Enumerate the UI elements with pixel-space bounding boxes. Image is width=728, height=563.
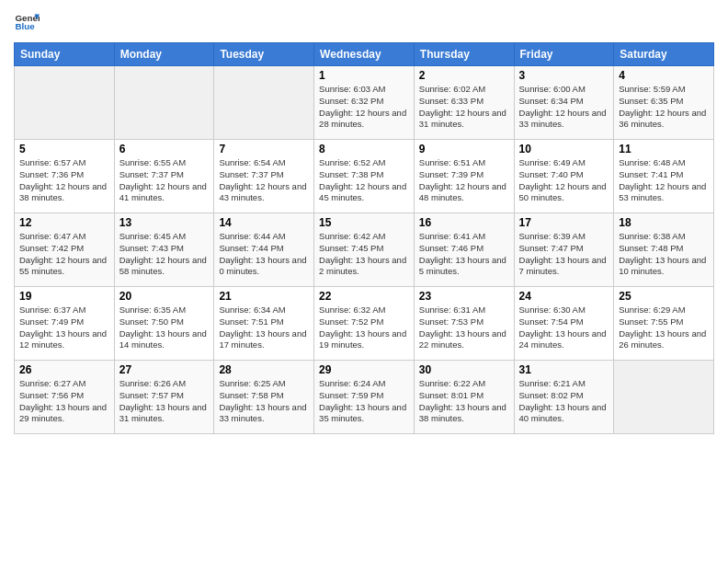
day-info: Sunrise: 6:31 AM Sunset: 7:53 PM Dayligh… — [419, 304, 509, 351]
page-header: General Blue — [14, 9, 714, 35]
calendar-cell: 3Sunrise: 6:00 AM Sunset: 6:34 PM Daylig… — [514, 66, 614, 140]
day-info: Sunrise: 6:26 AM Sunset: 7:57 PM Dayligh… — [119, 378, 210, 425]
day-number: 28 — [219, 363, 309, 376]
day-info: Sunrise: 6:03 AM Sunset: 6:32 PM Dayligh… — [319, 84, 409, 131]
day-info: Sunrise: 6:32 AM Sunset: 7:52 PM Dayligh… — [319, 304, 409, 351]
calendar-cell: 7Sunrise: 6:54 AM Sunset: 7:37 PM Daylig… — [214, 140, 314, 213]
day-info: Sunrise: 6:55 AM Sunset: 7:37 PM Dayligh… — [119, 157, 210, 204]
calendar-cell: 23Sunrise: 6:31 AM Sunset: 7:53 PM Dayli… — [414, 287, 514, 361]
day-number: 22 — [319, 290, 409, 303]
calendar-cell: 24Sunrise: 6:30 AM Sunset: 7:54 PM Dayli… — [514, 287, 614, 361]
calendar-week-1: 1Sunrise: 6:03 AM Sunset: 6:32 PM Daylig… — [15, 66, 714, 140]
calendar-cell: 16Sunrise: 6:41 AM Sunset: 7:46 PM Dayli… — [414, 213, 514, 287]
day-number: 23 — [419, 290, 509, 303]
day-number: 6 — [119, 143, 210, 155]
day-info: Sunrise: 6:27 AM Sunset: 7:56 PM Dayligh… — [19, 378, 109, 425]
day-info: Sunrise: 6:37 AM Sunset: 7:49 PM Dayligh… — [19, 304, 109, 351]
calendar-cell: 15Sunrise: 6:42 AM Sunset: 7:45 PM Dayli… — [314, 213, 415, 287]
calendar-cell: 13Sunrise: 6:45 AM Sunset: 7:43 PM Dayli… — [114, 213, 214, 287]
day-info: Sunrise: 6:24 AM Sunset: 7:59 PM Dayligh… — [319, 378, 409, 425]
day-info: Sunrise: 6:25 AM Sunset: 7:58 PM Dayligh… — [219, 378, 309, 425]
calendar-header-saturday: Saturday — [614, 43, 714, 66]
day-info: Sunrise: 6:22 AM Sunset: 8:01 PM Dayligh… — [419, 378, 509, 425]
day-info: Sunrise: 6:42 AM Sunset: 7:45 PM Dayligh… — [319, 231, 409, 278]
day-info: Sunrise: 6:44 AM Sunset: 7:44 PM Dayligh… — [219, 231, 309, 278]
calendar-cell — [15, 66, 115, 140]
day-number: 13 — [119, 216, 210, 229]
calendar-cell: 12Sunrise: 6:47 AM Sunset: 7:42 PM Dayli… — [15, 213, 115, 287]
day-number: 19 — [19, 290, 109, 303]
calendar-header-thursday: Thursday — [414, 43, 514, 66]
day-info: Sunrise: 6:47 AM Sunset: 7:42 PM Dayligh… — [19, 231, 109, 278]
calendar-cell: 17Sunrise: 6:39 AM Sunset: 7:47 PM Dayli… — [514, 213, 614, 287]
day-number: 31 — [519, 363, 609, 376]
calendar-cell: 19Sunrise: 6:37 AM Sunset: 7:49 PM Dayli… — [15, 287, 115, 361]
day-number: 29 — [319, 363, 409, 376]
calendar-cell: 20Sunrise: 6:35 AM Sunset: 7:50 PM Dayli… — [114, 287, 214, 361]
day-number: 2 — [419, 69, 509, 82]
calendar-cell: 31Sunrise: 6:21 AM Sunset: 8:02 PM Dayli… — [514, 361, 614, 434]
day-number: 25 — [619, 290, 709, 303]
calendar-cell: 18Sunrise: 6:38 AM Sunset: 7:48 PM Dayli… — [614, 213, 714, 287]
calendar-cell: 22Sunrise: 6:32 AM Sunset: 7:52 PM Dayli… — [314, 287, 415, 361]
day-number: 8 — [319, 143, 409, 155]
calendar-week-4: 19Sunrise: 6:37 AM Sunset: 7:49 PM Dayli… — [15, 287, 714, 361]
day-info: Sunrise: 6:49 AM Sunset: 7:40 PM Dayligh… — [519, 157, 609, 204]
calendar-table: SundayMondayTuesdayWednesdayThursdayFrid… — [14, 42, 714, 434]
day-info: Sunrise: 6:34 AM Sunset: 7:51 PM Dayligh… — [219, 304, 309, 351]
day-info: Sunrise: 6:54 AM Sunset: 7:37 PM Dayligh… — [219, 157, 309, 204]
calendar-cell: 29Sunrise: 6:24 AM Sunset: 7:59 PM Dayli… — [314, 361, 415, 434]
calendar-week-3: 12Sunrise: 6:47 AM Sunset: 7:42 PM Dayli… — [15, 213, 714, 287]
calendar-header-tuesday: Tuesday — [214, 43, 314, 66]
calendar-header-friday: Friday — [514, 43, 614, 66]
day-number: 14 — [219, 216, 309, 229]
day-number: 10 — [519, 143, 609, 155]
day-number: 5 — [19, 143, 109, 155]
day-info: Sunrise: 6:29 AM Sunset: 7:55 PM Dayligh… — [619, 304, 709, 351]
day-number: 18 — [619, 216, 709, 229]
calendar-cell: 27Sunrise: 6:26 AM Sunset: 7:57 PM Dayli… — [114, 361, 214, 434]
calendar-cell: 10Sunrise: 6:49 AM Sunset: 7:40 PM Dayli… — [514, 140, 614, 213]
calendar-cell: 1Sunrise: 6:03 AM Sunset: 6:32 PM Daylig… — [314, 66, 415, 140]
calendar-cell: 9Sunrise: 6:51 AM Sunset: 7:39 PM Daylig… — [414, 140, 514, 213]
svg-text:Blue: Blue — [15, 21, 35, 31]
day-number: 12 — [19, 216, 109, 229]
calendar-cell — [614, 361, 714, 434]
calendar-header-monday: Monday — [114, 43, 214, 66]
day-info: Sunrise: 6:48 AM Sunset: 7:41 PM Dayligh… — [619, 157, 709, 204]
day-info: Sunrise: 6:41 AM Sunset: 7:46 PM Dayligh… — [419, 231, 509, 278]
day-info: Sunrise: 6:52 AM Sunset: 7:38 PM Dayligh… — [319, 157, 409, 204]
calendar-cell: 14Sunrise: 6:44 AM Sunset: 7:44 PM Dayli… — [214, 213, 314, 287]
calendar-cell: 8Sunrise: 6:52 AM Sunset: 7:38 PM Daylig… — [314, 140, 415, 213]
day-info: Sunrise: 6:57 AM Sunset: 7:36 PM Dayligh… — [19, 157, 109, 204]
calendar-cell: 21Sunrise: 6:34 AM Sunset: 7:51 PM Dayli… — [214, 287, 314, 361]
calendar-cell: 30Sunrise: 6:22 AM Sunset: 8:01 PM Dayli… — [414, 361, 514, 434]
day-number: 26 — [19, 363, 109, 376]
day-number: 11 — [619, 143, 709, 155]
day-info: Sunrise: 6:38 AM Sunset: 7:48 PM Dayligh… — [619, 231, 709, 278]
day-number: 30 — [419, 363, 509, 376]
calendar-header-wednesday: Wednesday — [314, 43, 415, 66]
calendar-body: 1Sunrise: 6:03 AM Sunset: 6:32 PM Daylig… — [15, 66, 714, 434]
calendar-cell: 4Sunrise: 5:59 AM Sunset: 6:35 PM Daylig… — [614, 66, 714, 140]
calendar-cell: 26Sunrise: 6:27 AM Sunset: 7:56 PM Dayli… — [15, 361, 115, 434]
calendar-cell: 28Sunrise: 6:25 AM Sunset: 7:58 PM Dayli… — [214, 361, 314, 434]
calendar-cell — [214, 66, 314, 140]
day-number: 1 — [319, 69, 409, 82]
calendar-cell: 25Sunrise: 6:29 AM Sunset: 7:55 PM Dayli… — [614, 287, 714, 361]
calendar-cell: 11Sunrise: 6:48 AM Sunset: 7:41 PM Dayli… — [614, 140, 714, 213]
calendar-cell: 6Sunrise: 6:55 AM Sunset: 7:37 PM Daylig… — [114, 140, 214, 213]
day-info: Sunrise: 6:02 AM Sunset: 6:33 PM Dayligh… — [419, 84, 509, 131]
calendar-week-2: 5Sunrise: 6:57 AM Sunset: 7:36 PM Daylig… — [15, 140, 714, 213]
calendar-header-sunday: Sunday — [15, 43, 115, 66]
day-number: 24 — [519, 290, 609, 303]
day-number: 15 — [319, 216, 409, 229]
day-info: Sunrise: 6:51 AM Sunset: 7:39 PM Dayligh… — [419, 157, 509, 204]
day-number: 7 — [219, 143, 309, 155]
day-info: Sunrise: 5:59 AM Sunset: 6:35 PM Dayligh… — [619, 84, 709, 131]
day-number: 27 — [119, 363, 210, 376]
calendar-week-5: 26Sunrise: 6:27 AM Sunset: 7:56 PM Dayli… — [15, 361, 714, 434]
day-info: Sunrise: 6:35 AM Sunset: 7:50 PM Dayligh… — [119, 304, 210, 351]
day-number: 3 — [519, 69, 609, 82]
calendar-header-row: SundayMondayTuesdayWednesdayThursdayFrid… — [15, 43, 714, 66]
